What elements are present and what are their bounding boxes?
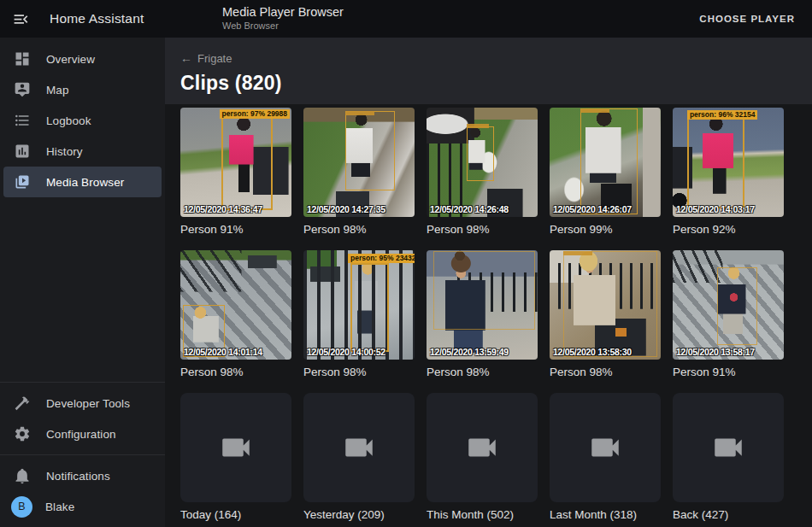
clip-item[interactable]: 12/05/2020 13:58:30 Person 98%: [550, 250, 661, 379]
avatar: B: [11, 496, 32, 518]
clip-caption: Person 91%: [673, 366, 784, 379]
folder-thumbnail[interactable]: [303, 393, 415, 502]
detection-label-bar: [563, 251, 592, 255]
detection-label: person: 96% 32154: [687, 110, 758, 120]
media-grid: person: 97% 29988 12/05/2020 14:36:47 Pe…: [165, 104, 812, 522]
clip-thumbnail[interactable]: 12/05/2020 14:01:14: [180, 250, 291, 360]
content-header: ← Frigate Clips (820): [165, 38, 812, 104]
breadcrumb-back-link[interactable]: ← Frigate: [180, 38, 232, 65]
sidebar-item-label: Configuration: [46, 428, 116, 441]
folder-caption: This Month (502): [427, 508, 538, 522]
app-title: Home Assistant: [50, 11, 144, 26]
detection-bounding-box: [563, 251, 658, 357]
detection-bounding-box: [221, 115, 273, 210]
clip-timestamp-overlay: 12/05/2020 14:36:47: [184, 204, 291, 214]
clip-thumbnail[interactable]: person: 95% 23432 12/05/2020 14:00:52: [303, 250, 415, 360]
hammer-icon: [12, 395, 32, 412]
folder-caption: Yesterday (209): [303, 508, 415, 522]
sidebar-item-overview[interactable]: Overview: [3, 44, 162, 74]
video-icon: [710, 430, 746, 466]
sidebar-item-media-browser[interactable]: Media Browser: [3, 167, 162, 197]
clip-item[interactable]: 12/05/2020 14:01:14 Person 98%: [180, 250, 291, 379]
page-title-block: Media Player Browser Web Browser: [222, 4, 344, 32]
folder-caption: Back (427): [673, 508, 784, 522]
folder-caption: Last Month (318): [550, 508, 661, 522]
sidebar-item-logbook[interactable]: Logbook: [3, 105, 162, 136]
sidebar-toggle-button[interactable]: [0, 0, 41, 38]
detection-bounding-box: [345, 111, 394, 190]
clip-caption: Person 98%: [303, 223, 415, 237]
sidebar-item-label: Overview: [46, 53, 95, 66]
folder-item-yesterday[interactable]: Yesterday (209): [303, 393, 415, 522]
clip-thumbnail[interactable]: person: 97% 29988 12/05/2020 14:36:47: [180, 108, 291, 217]
clip-thumbnail[interactable]: 12/05/2020 14:26:07: [550, 108, 661, 217]
clip-thumbnail[interactable]: 12/05/2020 13:59:49: [427, 250, 538, 360]
detection-label: person: 97% 29988: [220, 109, 291, 119]
clip-item[interactable]: 12/05/2020 14:27:35 Person 98%: [303, 108, 415, 237]
folder-item-this-month[interactable]: This Month (502): [427, 393, 538, 522]
sidebar-item-label: Map: [46, 84, 69, 97]
clip-caption: Person 98%: [550, 366, 661, 379]
clip-caption: Person 98%: [303, 366, 415, 379]
video-icon: [341, 430, 377, 466]
sidebar-item-profile[interactable]: B Blake: [3, 491, 162, 522]
bell-icon: [12, 467, 32, 484]
clip-item[interactable]: 12/05/2020 14:26:48 Person 98%: [427, 108, 538, 237]
detection-label: person: 95% 23432: [348, 254, 415, 263]
sidebar-item-history[interactable]: History: [3, 136, 162, 167]
detection-bounding-box: [717, 267, 757, 345]
folder-thumbnail[interactable]: [180, 393, 291, 502]
sidebar-user-section: Notifications B Blake: [0, 454, 165, 527]
clip-caption: Person 98%: [427, 223, 538, 237]
menu-open-icon: [12, 10, 30, 28]
folder-thumbnail[interactable]: [673, 393, 784, 502]
clip-item[interactable]: person: 96% 32154 12/05/2020 14:03:17 Pe…: [673, 108, 784, 237]
folder-item-back[interactable]: Back (427): [673, 393, 784, 522]
clip-item[interactable]: 12/05/2020 14:26:07 Person 99%: [550, 108, 661, 237]
clip-timestamp-overlay: 12/05/2020 13:58:17: [676, 347, 783, 357]
clip-thumbnail[interactable]: 12/05/2020 13:58:17: [673, 250, 784, 360]
view-dashboard-icon: [12, 50, 32, 67]
sidebar-item-label: History: [46, 145, 83, 158]
clip-caption: Person 98%: [427, 366, 538, 379]
clip-timestamp-overlay: 12/05/2020 14:26:48: [430, 204, 537, 214]
detection-bounding-box: [467, 126, 495, 181]
detection-bounding-box: [350, 263, 390, 352]
folder-thumbnail[interactable]: [550, 393, 661, 502]
clip-item[interactable]: 12/05/2020 13:58:17 Person 91%: [673, 250, 784, 379]
user-name: Blake: [45, 501, 74, 513]
page-subtitle: Web Browser: [222, 20, 344, 32]
sidebar-item-developer-tools[interactable]: Developer Tools: [3, 388, 162, 419]
sidebar-item-configuration[interactable]: Configuration: [3, 419, 162, 449]
clip-timestamp-overlay: 12/05/2020 13:58:30: [553, 347, 660, 357]
video-icon: [587, 430, 623, 466]
sidebar-item-label: Logbook: [46, 114, 91, 127]
back-arrow-icon: ←: [180, 51, 192, 65]
sidebar-item-notifications[interactable]: Notifications: [3, 460, 162, 491]
clip-item[interactable]: 12/05/2020 13:59:49 Person 98%: [427, 250, 538, 379]
breadcrumb-label: Frigate: [197, 52, 232, 65]
folder-thumbnail[interactable]: [427, 393, 538, 502]
detection-label-bar: [467, 124, 489, 128]
clip-caption: Person 91%: [180, 223, 291, 237]
gear-icon: [12, 425, 32, 442]
sidebar-tools-section: Developer Tools Configuration: [0, 382, 165, 454]
folder-item-today[interactable]: Today (164): [180, 393, 291, 522]
clip-item[interactable]: person: 97% 29988 12/05/2020 14:36:47 Pe…: [180, 108, 291, 237]
folder-caption: Today (164): [180, 508, 291, 522]
sidebar-nav: Overview Map Logbook History Media Brows…: [0, 38, 165, 197]
detection-label-bar: [580, 108, 609, 113]
clip-timestamp-overlay: 12/05/2020 14:26:07: [553, 204, 660, 214]
clip-thumbnail[interactable]: 12/05/2020 13:58:30: [550, 250, 661, 360]
choose-player-button[interactable]: CHOOSE PLAYER: [694, 0, 800, 38]
clip-caption: Person 99%: [550, 223, 661, 237]
sidebar-item-label: Notifications: [46, 470, 110, 483]
clip-timestamp-overlay: 12/05/2020 14:01:14: [184, 347, 291, 357]
clip-item[interactable]: person: 95% 23432 12/05/2020 14:00:52 Pe…: [303, 250, 415, 379]
folder-item-last-month[interactable]: Last Month (318): [550, 393, 661, 522]
clip-thumbnail[interactable]: person: 96% 32154 12/05/2020 14:03:17: [673, 108, 784, 217]
clip-thumbnail[interactable]: 12/05/2020 14:26:48: [427, 108, 538, 217]
sidebar-item-map[interactable]: Map: [3, 74, 162, 105]
clip-thumbnail[interactable]: 12/05/2020 14:27:35: [303, 108, 415, 217]
video-icon: [218, 430, 254, 466]
